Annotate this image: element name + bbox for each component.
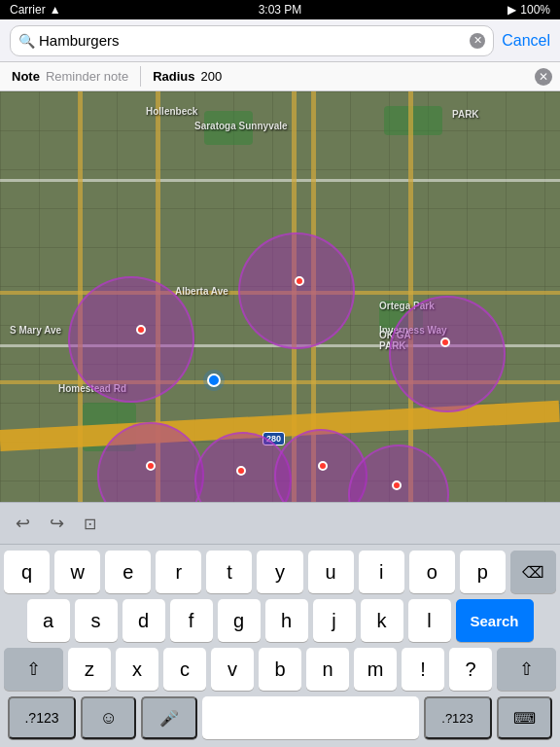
search-input[interactable]: [39, 32, 470, 49]
search-button[interactable]: Search: [456, 599, 534, 642]
pin-3: [440, 338, 450, 347]
numbers-right-button[interactable]: .?123: [424, 696, 492, 739]
keyboard-rows: q w e r t y u i o p ⌫ a s d f g h j k l …: [0, 545, 560, 747]
park-patch-2: [384, 106, 442, 135]
note-cell[interactable]: Note Reminder note: [0, 66, 141, 87]
info-close-button[interactable]: ✕: [535, 68, 552, 86]
location-circle-3: [389, 296, 506, 412]
key-f[interactable]: f: [170, 599, 213, 642]
cancel-button[interactable]: Cancel: [502, 32, 550, 50]
space-key[interactable]: [202, 696, 419, 739]
key-u[interactable]: u: [308, 551, 354, 593]
key-y[interactable]: y: [257, 551, 302, 593]
search-input-wrapper[interactable]: 🔍 ✕: [10, 25, 494, 56]
info-row: Note Reminder note Radius 200 ✕: [0, 62, 560, 91]
key-j[interactable]: j: [313, 599, 356, 642]
note-label: Note: [12, 69, 40, 84]
key-i[interactable]: i: [359, 551, 404, 593]
shift-right[interactable]: ⇧: [497, 648, 556, 691]
key-row-2: a s d f g h j k l Search: [4, 599, 556, 642]
radius-cell[interactable]: Radius 200: [141, 66, 233, 87]
copy-button[interactable]: ⊡: [80, 511, 100, 537]
key-delete[interactable]: ⌫: [510, 551, 556, 593]
key-e[interactable]: e: [105, 551, 151, 593]
key-b[interactable]: b: [259, 648, 301, 691]
key-row-3: ⇧ z x c v b n m ! ? ⇧: [4, 648, 556, 691]
key-c[interactable]: c: [163, 648, 206, 691]
key-d[interactable]: d: [122, 599, 165, 642]
shift-left[interactable]: ⇧: [4, 648, 63, 691]
radius-label: Radius: [153, 69, 194, 84]
redo-button[interactable]: ↪: [46, 509, 68, 538]
clear-button[interactable]: ✕: [470, 33, 485, 49]
key-z[interactable]: z: [68, 648, 111, 691]
map-label-park: PARK: [452, 109, 479, 120]
key-bottom-row: .?123 ☺ 🎤 .?123 ⌨: [4, 696, 556, 739]
key-v[interactable]: v: [211, 648, 254, 691]
key-a[interactable]: a: [27, 599, 70, 642]
microphone-button[interactable]: 🎤: [141, 696, 196, 739]
keyboard-toolbar: ↩ ↪ ⊡: [0, 502, 560, 545]
key-g[interactable]: g: [218, 599, 261, 642]
keyboard: ↩ ↪ ⊡ q w e r t y u i o p ⌫ a s d f g h …: [0, 502, 560, 747]
undo-button[interactable]: ↩: [12, 509, 34, 538]
key-s[interactable]: s: [75, 599, 118, 642]
pin-6: [318, 461, 328, 471]
pin-4: [146, 461, 156, 471]
key-p[interactable]: p: [460, 551, 506, 593]
key-x[interactable]: x: [116, 648, 158, 691]
key-o[interactable]: o: [409, 551, 455, 593]
battery-label: 100%: [520, 3, 550, 17]
key-m[interactable]: m: [354, 648, 397, 691]
key-n[interactable]: n: [306, 648, 349, 691]
note-value: Reminder note: [46, 69, 128, 84]
status-bar: Carrier ▲ 3:03 PM ▶ 100%: [0, 0, 560, 19]
map-label-saratoga: Saratoga Sunnyvale: [194, 121, 288, 131]
pin-7: [392, 480, 402, 490]
map-label-hollenbeck: Hollenbeck: [146, 106, 197, 117]
keyboard-button[interactable]: ⌨: [497, 696, 552, 739]
key-question[interactable]: ?: [449, 648, 492, 691]
current-location: [207, 374, 221, 387]
key-k[interactable]: k: [361, 599, 403, 642]
search-icon: 🔍: [18, 33, 35, 49]
key-exclaim[interactable]: !: [402, 648, 444, 691]
numbers-left-button[interactable]: .?123: [8, 696, 76, 739]
time-label: 3:03 PM: [259, 3, 302, 17]
pin-5: [236, 466, 246, 476]
map-label-alberta: Alberta Ave: [175, 286, 228, 297]
search-bar: 🔍 ✕ Cancel: [0, 19, 560, 62]
key-h[interactable]: h: [265, 599, 308, 642]
pin-2: [295, 276, 304, 286]
signal-icon: ▶: [508, 3, 516, 17]
road-h1: [0, 179, 560, 182]
radius-value: 200: [201, 69, 223, 84]
key-r[interactable]: r: [156, 551, 201, 593]
location-circle-2: [238, 232, 355, 349]
wifi-icon: ▲: [50, 3, 61, 17]
key-l[interactable]: l: [408, 599, 451, 642]
carrier-label: Carrier: [10, 3, 46, 17]
location-circle-1: [68, 276, 194, 403]
key-w[interactable]: w: [54, 551, 100, 593]
map-label-mary: S Mary Ave: [10, 325, 61, 336]
pin-1: [136, 325, 146, 335]
key-t[interactable]: t: [206, 551, 252, 593]
key-row-1: q w e r t y u i o p ⌫: [4, 551, 556, 593]
map[interactable]: 280 PARK Ortega Park Inverness Way Homes…: [0, 91, 560, 510]
emoji-button[interactable]: ☺: [81, 696, 136, 739]
key-q[interactable]: q: [4, 551, 50, 593]
